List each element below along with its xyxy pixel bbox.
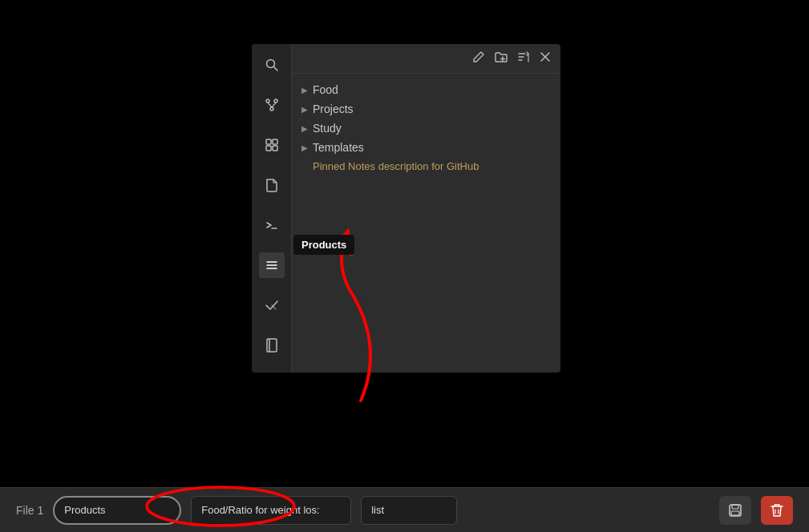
- git-icon[interactable]: [259, 92, 285, 118]
- chevron-right-icon: ▶: [301, 124, 308, 133]
- terminal-icon[interactable]: [259, 212, 285, 238]
- svg-line-5: [268, 103, 272, 107]
- products-input[interactable]: [53, 496, 181, 525]
- pinned-note[interactable]: Pinned Notes description for GitHub: [292, 157, 560, 175]
- svg-rect-9: [266, 146, 271, 151]
- pinned-note-label: Pinned Notes description for GitHub: [313, 160, 479, 172]
- svg-point-3: [274, 99, 277, 103]
- svg-rect-7: [266, 139, 271, 144]
- edit-icon[interactable]: [472, 50, 485, 66]
- save-button[interactable]: [719, 496, 751, 525]
- tree-item-templates-label: Templates: [313, 141, 364, 154]
- tree-item-projects[interactable]: ▶ Projects: [292, 99, 560, 119]
- search-icon[interactable]: [259, 52, 285, 78]
- grid-icon[interactable]: [259, 132, 285, 158]
- svg-point-2: [266, 99, 269, 103]
- tree-item-food-label: Food: [313, 83, 338, 96]
- svg-rect-10: [273, 146, 277, 151]
- type-input[interactable]: [361, 496, 457, 525]
- chevron-right-icon: ▶: [301, 143, 308, 152]
- book-icon[interactable]: [259, 332, 285, 358]
- path-input[interactable]: [191, 496, 351, 525]
- tree-item-projects-label: Projects: [313, 103, 354, 115]
- tree-item-food[interactable]: ▶ Food: [292, 80, 560, 99]
- file-explorer-panel: ▶ Food ▶ Projects ▶ Study ▶ Templates Pi…: [252, 44, 560, 373]
- svg-line-1: [273, 67, 277, 71]
- sort-icon[interactable]: [517, 50, 530, 66]
- close-icon[interactable]: [540, 51, 551, 66]
- chevron-right-icon: ▶: [301, 105, 308, 114]
- file-tree-area: ▶ Food ▶ Projects ▶ Study ▶ Templates Pi…: [292, 44, 560, 373]
- delete-button[interactable]: [761, 496, 793, 525]
- tree-item-study-label: Study: [313, 122, 342, 135]
- svg-line-6: [272, 103, 276, 107]
- chevron-right-icon: ▶: [301, 86, 308, 95]
- tree-item-templates[interactable]: ▶ Templates: [292, 138, 560, 157]
- svg-rect-28: [731, 511, 739, 515]
- file-icon[interactable]: [259, 172, 285, 198]
- svg-rect-15: [267, 339, 277, 352]
- tree-item-study[interactable]: ▶ Study: [292, 119, 560, 138]
- file-label: File 1: [16, 504, 43, 517]
- icon-sidebar: [252, 44, 292, 373]
- svg-rect-8: [273, 139, 277, 144]
- svg-point-4: [270, 107, 273, 111]
- file-tree-content: ▶ Food ▶ Projects ▶ Study ▶ Templates Pi…: [292, 74, 560, 373]
- new-folder-icon[interactable]: [495, 50, 508, 66]
- list-icon[interactable]: [259, 252, 285, 278]
- status-bar: File 1: [0, 487, 809, 532]
- file-tree-header: [292, 44, 560, 74]
- check-icon[interactable]: [259, 292, 285, 318]
